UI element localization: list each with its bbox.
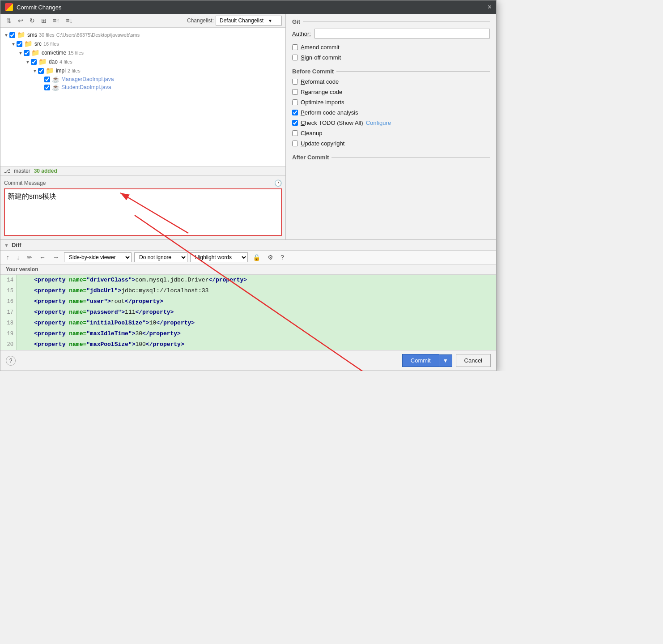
diff-label: Diff — [12, 242, 21, 248]
copyright-row[interactable]: Update copyright — [292, 140, 490, 147]
signoff-commit-row[interactable]: Sign-off commit — [292, 54, 490, 61]
arrow-icon: ▼ — [33, 68, 37, 73]
optimize-label: Optimize imports — [301, 99, 344, 106]
diff-left-btn[interactable]: ← — [37, 253, 48, 262]
checkbox-managerdaoimpl[interactable] — [44, 77, 50, 82]
copyright-checkbox[interactable] — [292, 141, 298, 146]
code-line-18: 18 <property name="initialPoolSize">10</… — [0, 318, 496, 328]
diff-up-btn[interactable]: ↑ — [4, 253, 12, 262]
tree-name-studentdaoimpl: StudentDaoImpl.java — [61, 84, 111, 90]
viewer-dropdown[interactable]: Side-by-side viewer — [64, 252, 132, 262]
commit-message-label: Commit Message 🕐 — [4, 179, 282, 187]
toolbar-btn-up[interactable]: ≡↑ — [51, 16, 62, 26]
help-button[interactable]: ? — [6, 356, 16, 366]
amend-commit-row[interactable]: Amend commit — [292, 44, 490, 51]
tree-item-sms[interactable]: ▼ 📁 sms 30 files C:\Users\86375\Desktop\… — [2, 30, 284, 39]
configure-link[interactable]: Configure — [366, 119, 391, 126]
changelist-label: Changelist: — [187, 17, 214, 24]
diff-arrow-icon: ▼ — [4, 243, 9, 248]
checkbox-sms[interactable] — [9, 32, 15, 38]
tree-item-studentdaoimpl[interactable]: ▶ ☕ StudentDaoImpl.java — [2, 83, 284, 91]
todo-row[interactable]: Check TODO (Show All) Configure — [292, 119, 490, 126]
dropdown-arrow-icon: ▼ — [268, 18, 272, 23]
commit-button[interactable]: Commit — [402, 354, 439, 367]
toolbar-btn-down[interactable]: ≡↓ — [64, 16, 75, 26]
cancel-button[interactable]: Cancel — [456, 354, 491, 367]
footer-bar: ? Commit ▼ Cancel — [0, 350, 496, 371]
todo-checkbox[interactable] — [292, 120, 298, 126]
diff-down-btn[interactable]: ↓ — [14, 253, 22, 262]
tree-name-sms: sms — [27, 32, 37, 38]
amend-commit-checkbox[interactable] — [292, 44, 298, 50]
diff-edit-btn[interactable]: ✏ — [25, 253, 34, 262]
rearrange-row[interactable]: Rearrange code — [292, 89, 490, 95]
arrow-icon: ▼ — [18, 51, 23, 55]
diff-viewer-toolbar: ↑ ↓ ✏ ← → Side-by-side viewer Do not ign… — [0, 251, 496, 264]
file-tree: ▼ 📁 sms 30 files C:\Users\86375\Desktop\… — [0, 28, 285, 166]
highlight-dropdown[interactable]: Highlight words — [190, 252, 248, 262]
git-section: Git Author: Amend commit Sign-off commit — [292, 18, 490, 61]
rearrange-checkbox[interactable] — [292, 89, 298, 95]
checkbox-src[interactable] — [17, 41, 22, 47]
commit-message-input[interactable]: 新建的sms模块 — [4, 188, 282, 236]
app-icon — [5, 3, 13, 11]
analysis-row[interactable]: Perform code analysis — [292, 109, 490, 116]
tree-item-src[interactable]: ▼ 📁 src 16 files — [2, 39, 284, 48]
changelist-dropdown[interactable]: Default Changelist ▼ — [216, 16, 282, 26]
checkbox-cometime[interactable] — [24, 50, 30, 56]
diff-right-btn[interactable]: → — [51, 253, 61, 262]
close-button[interactable]: × — [488, 4, 492, 11]
code-line-15: 15 <property name="jdbcUrl">jdbc:mysql:/… — [0, 286, 496, 296]
checkbox-studentdaoimpl[interactable] — [44, 85, 50, 90]
history-icon[interactable]: 🕐 — [274, 179, 282, 187]
tree-item-managerdaoimpl[interactable]: ▶ ☕ ManagerDaoImpl.java — [2, 75, 284, 83]
diff-lock-btn[interactable]: 🔒 — [251, 253, 263, 262]
commit-dropdown-arrow[interactable]: ▼ — [439, 354, 452, 367]
ignore-dropdown[interactable]: Do not ignore — [134, 252, 187, 262]
optimize-row[interactable]: Optimize imports — [292, 99, 490, 106]
reformat-row[interactable]: Reformat code — [292, 78, 490, 85]
tree-item-impl[interactable]: ▼ 📁 impl 2 files — [2, 66, 284, 75]
arrow-icon: ▼ — [26, 60, 30, 64]
reformat-checkbox[interactable] — [292, 79, 298, 85]
signoff-commit-label: Sign-off commit — [301, 54, 341, 61]
code-line-16: 16 <property name="user">root</property> — [0, 296, 496, 307]
diff-version-header: Your version — [0, 264, 496, 275]
tree-item-dao[interactable]: ▼ 📁 dao 4 files — [2, 57, 284, 66]
commit-button-group: Commit ▼ — [402, 354, 452, 367]
git-section-title: Git — [292, 18, 490, 25]
toolbar-btn-undo[interactable]: ↩ — [16, 16, 26, 26]
toolbar-btn-refresh[interactable]: ⇅ — [4, 16, 14, 26]
author-input[interactable] — [314, 29, 490, 38]
cleanup-checkbox[interactable] — [292, 130, 298, 136]
bottom-area: ▼ Diff ↑ ↓ ✏ ← → Side-by-side viewer Do … — [0, 239, 496, 371]
rearrange-label: Rearrange code — [301, 89, 342, 95]
tree-item-cometime[interactable]: ▼ 📁 com\etime 15 files — [2, 48, 284, 57]
diff-help-btn[interactable]: ? — [278, 253, 286, 262]
after-commit-title: After Commit — [292, 154, 490, 161]
tree-name-managerdaoimpl: ManagerDaoImpl.java — [61, 76, 114, 82]
toolbar-btn-grid[interactable]: ⊞ — [39, 16, 49, 26]
arrow-icon: ▼ — [11, 42, 16, 47]
copyright-label: Update copyright — [301, 140, 344, 147]
branch-name: master — [14, 168, 30, 174]
toolbar-btn-redo[interactable]: ↻ — [27, 16, 37, 26]
checkbox-impl[interactable] — [38, 68, 44, 74]
dialog-title: Commit Changes — [17, 4, 484, 11]
status-bar: ⎇ master 30 added — [0, 166, 285, 176]
footer-left: ? — [6, 356, 16, 366]
toolbar: ⇅ ↩ ↻ ⊞ ≡↑ ≡↓ Changelist: Default Change… — [0, 14, 285, 28]
diff-section-label: ▼ Diff — [0, 240, 496, 251]
checkbox-dao[interactable] — [31, 59, 37, 65]
analysis-checkbox[interactable] — [292, 110, 298, 115]
optimize-checkbox[interactable] — [292, 99, 298, 105]
diff-settings-btn[interactable]: ⚙ — [265, 253, 276, 262]
cleanup-row[interactable]: Cleanup — [292, 130, 490, 136]
tree-name-impl: impl — [56, 68, 66, 74]
author-label: Author: — [292, 30, 311, 37]
signoff-commit-checkbox[interactable] — [292, 55, 298, 60]
before-commit-section: Before Commit Reformat code Rearrange co… — [292, 68, 490, 147]
cleanup-label: Cleanup — [301, 130, 322, 136]
commit-message-section: Commit Message 🕐 新建的sms模块 — [0, 176, 285, 239]
before-commit-title: Before Commit — [292, 68, 490, 75]
